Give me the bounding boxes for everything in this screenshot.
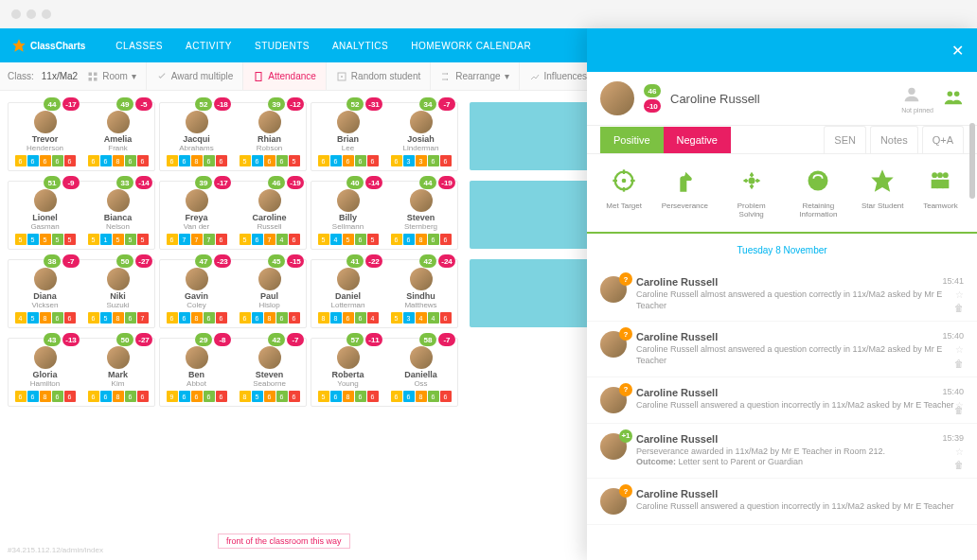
star-icon[interactable]: ☆ bbox=[955, 446, 964, 457]
score-box: 6 bbox=[167, 234, 178, 245]
avatar bbox=[410, 346, 433, 369]
score-box: 5 bbox=[391, 312, 402, 324]
nav-students[interactable]: STUDENTS bbox=[243, 41, 321, 51]
award-met-target[interactable]: Met Target bbox=[606, 167, 642, 219]
score-box: 6 bbox=[204, 312, 215, 324]
random-student-button[interactable]: Random student bbox=[327, 62, 431, 90]
logo-text: ClassCharts bbox=[30, 41, 85, 51]
traffic-light[interactable] bbox=[27, 9, 36, 19]
score-box: 6 bbox=[264, 391, 275, 402]
student-pair[interactable]: 47-23 Gavin Coley 6686645-15 Paul Hislop… bbox=[159, 259, 307, 328]
traffic-light[interactable] bbox=[42, 9, 51, 19]
score-box: 6 bbox=[289, 312, 300, 324]
logo[interactable]: ClassCharts bbox=[11, 38, 85, 53]
score-box: 8 bbox=[113, 155, 124, 166]
rearrange-button[interactable]: Rearrange ▾ bbox=[431, 62, 519, 90]
traffic-light[interactable] bbox=[11, 9, 21, 19]
positive-badge: 41 bbox=[346, 254, 364, 268]
score-box: 6 bbox=[88, 155, 99, 166]
positive-badge: 46 bbox=[268, 176, 285, 189]
avatar bbox=[107, 111, 130, 133]
tab-sen[interactable]: SEN bbox=[824, 126, 866, 153]
feed-name: Caroline Russell bbox=[636, 387, 964, 398]
avatar bbox=[410, 111, 433, 133]
trash-icon[interactable]: 🗑 bbox=[954, 405, 964, 415]
feed-item[interactable]: ? Caroline Russell Caroline Russell answ… bbox=[587, 479, 977, 525]
score-box: 6 bbox=[330, 391, 342, 402]
score-box: 6 bbox=[40, 155, 51, 166]
positive-badge: 33 bbox=[116, 176, 133, 189]
feed-name: Caroline Russell bbox=[636, 331, 964, 342]
student-first-name: Caroline bbox=[235, 214, 304, 222]
student-pair[interactable]: 57-11 Roberta Young 5686658-7 Daniella O… bbox=[311, 338, 458, 407]
student-pair[interactable]: 39-17 Freya Van der 6777646-19 Caroline … bbox=[159, 181, 307, 250]
star-icon[interactable]: ☆ bbox=[955, 289, 964, 300]
student-pair[interactable]: 38-7 Diana Vicksen 4586650-27 Niki Suzuk… bbox=[8, 259, 155, 328]
award-label: Teamwork bbox=[923, 201, 957, 210]
tab-qa[interactable]: Q+A bbox=[922, 126, 964, 153]
student-last-name: Lee bbox=[313, 144, 382, 152]
nav-homework calendar[interactable]: HOMEWORK CALENDAR bbox=[400, 41, 542, 51]
score-box: 6 bbox=[88, 391, 99, 402]
student-pair[interactable]: 40-14 Billy Sellmann 5456544-19 Steven S… bbox=[311, 181, 458, 250]
student-pair[interactable]: 44-17 Trevor Henderson 6666649-5 Amelia … bbox=[8, 102, 155, 171]
negative-badge: -5 bbox=[135, 97, 152, 111]
trash-icon[interactable]: 🗑 bbox=[954, 460, 964, 470]
seating-grid: 44-17 Trevor Henderson 6666649-5 Amelia … bbox=[0, 91, 577, 424]
attendance-button[interactable]: Attendance bbox=[243, 62, 327, 90]
not-pinned-button[interactable]: Not pinned bbox=[901, 84, 933, 114]
student-last-name: Young bbox=[313, 379, 382, 388]
svg-point-18 bbox=[748, 178, 755, 184]
student-first-name: Steven bbox=[235, 371, 304, 379]
feed-item[interactable]: ? Caroline Russell Caroline Russell almo… bbox=[587, 322, 977, 376]
student-pair[interactable]: 41-22 Daniel Lotterman 8866442-24 Sindhu… bbox=[311, 259, 458, 328]
score-box: 6 bbox=[391, 234, 402, 245]
trash-icon[interactable]: 🗑 bbox=[954, 303, 964, 313]
group-button[interactable] bbox=[943, 87, 964, 110]
score-box: 8 bbox=[343, 391, 354, 402]
student-pair[interactable]: 29-8 Ben Abbot 9666642-7 Steven Seaborne… bbox=[159, 338, 307, 407]
feed-item[interactable]: ? Caroline Russell Caroline Russell answ… bbox=[587, 377, 977, 424]
award-retaining-information[interactable]: Retaining Information bbox=[794, 167, 842, 219]
room-button[interactable]: Room ▾ bbox=[78, 62, 147, 90]
tab-notes[interactable]: Notes bbox=[870, 126, 918, 153]
tab-positive[interactable]: Positive bbox=[600, 127, 664, 153]
feed-item[interactable]: ? Caroline Russell Caroline Russell almo… bbox=[587, 267, 977, 322]
score-box: 6 bbox=[64, 391, 76, 402]
feed-time: 15:39 bbox=[942, 433, 964, 443]
score-box: 7 bbox=[137, 312, 149, 324]
score-box: 6 bbox=[440, 234, 452, 245]
panel-tabs: Positive Negative SEN Notes Q+A bbox=[587, 126, 977, 154]
score-box: 4 bbox=[416, 312, 427, 324]
nav-classes[interactable]: CLASSES bbox=[104, 41, 174, 51]
score-box: 6 bbox=[264, 155, 275, 166]
influences-button[interactable]: Influences bbox=[520, 62, 598, 90]
score-box: 6 bbox=[367, 155, 379, 166]
score-box: 6 bbox=[27, 155, 39, 166]
award-problem-solving[interactable]: Problem Solving bbox=[728, 167, 775, 219]
scrollbar[interactable] bbox=[969, 123, 975, 199]
avatar bbox=[34, 189, 57, 212]
student-pair[interactable]: 51-9 Lionel Gasman 5555533-14 Bianca Nel… bbox=[8, 181, 155, 250]
student-pair[interactable]: 52-18 Jacqui Abrahams 6686639-12 Rhian R… bbox=[159, 102, 307, 171]
score-box: 5 bbox=[40, 234, 51, 245]
close-icon[interactable]: ✕ bbox=[938, 42, 977, 60]
star-icon[interactable]: ☆ bbox=[955, 344, 964, 355]
nav-analytics[interactable]: ANALYTICS bbox=[321, 41, 400, 51]
nav-activity[interactable]: ACTIVITY bbox=[174, 41, 243, 51]
feed-item[interactable]: +1 Caroline Russell Perseverance awarded… bbox=[587, 424, 977, 479]
award-teamwork[interactable]: Teamwork bbox=[923, 167, 957, 219]
award-star-student[interactable]: Star Student bbox=[862, 167, 903, 219]
score-box: 6 bbox=[240, 312, 251, 324]
award-label: Problem Solving bbox=[728, 201, 775, 219]
score-box: 6 bbox=[343, 155, 354, 166]
tab-negative[interactable]: Negative bbox=[664, 127, 731, 153]
trash-icon[interactable]: 🗑 bbox=[954, 359, 964, 369]
student-first-name: Paul bbox=[235, 292, 304, 301]
award-perseverance[interactable]: Perseverance bbox=[662, 167, 708, 219]
student-pair[interactable]: 43-13 Gloria Hamilton 6686650-27 Mark Ki… bbox=[8, 338, 155, 407]
svg-rect-3 bbox=[89, 78, 93, 81]
student-pair[interactable]: 52-31 Brian Lee 6666634-7 Josiah Linderm… bbox=[311, 102, 458, 171]
award-multiple-button[interactable]: Award multiple bbox=[147, 62, 243, 90]
avatar bbox=[337, 346, 360, 369]
